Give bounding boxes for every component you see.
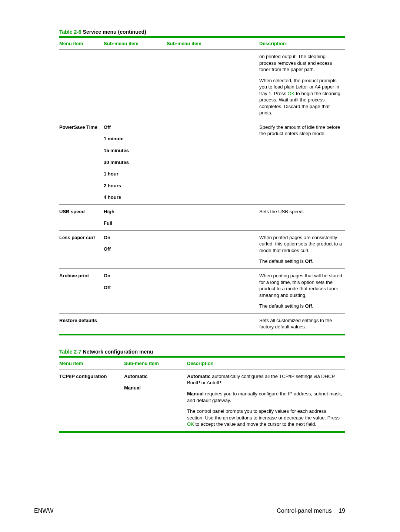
- description-text: Manual requires you to manually configur…: [187, 391, 342, 404]
- text-fragment: The default setting is: [259, 258, 305, 264]
- option-item: Off: [104, 124, 164, 131]
- description-text: The control panel prompts you to specify…: [187, 408, 342, 428]
- description-text: When printing pages that will be stored …: [259, 272, 342, 298]
- option-item: 15 minutes: [104, 147, 164, 154]
- description-cell: Automatic automatically configures all t…: [187, 369, 345, 432]
- off-label: Off: [305, 303, 312, 309]
- description-text: Automatic automatically configures all t…: [187, 373, 342, 386]
- menu-item-cell: Archive print: [59, 269, 104, 314]
- table-number: Table 2-6: [59, 29, 81, 35]
- table-row: on printed output. The cleaning process …: [59, 50, 345, 120]
- footer-left: ENWW: [34, 508, 53, 514]
- column-header: Sub-menu item: [124, 357, 187, 369]
- service-menu-table: Menu item Sub-menu item Sub-menu item De…: [59, 36, 345, 335]
- table-row: TCP/IP configuration Automatic Manual Au…: [59, 369, 345, 432]
- description-cell: Sets the USB speed.: [259, 204, 345, 230]
- description-cell: Specify the amount of idle time before t…: [259, 120, 345, 204]
- option-item: Automatic: [124, 373, 184, 380]
- table-row: Less paper curl On Off When printed page…: [59, 230, 345, 268]
- section-title: Control-panel menus: [277, 508, 332, 514]
- text-fragment: to accept the value and move the cursor …: [194, 421, 316, 427]
- table-row: PowerSave Time Off 1 minute 15 minutes 3…: [59, 120, 345, 204]
- option-item: Off: [104, 246, 164, 252]
- menu-item-cell: USB speed: [59, 204, 104, 230]
- description-text: When printed pages are consistently curl…: [259, 234, 342, 254]
- table-row: Archive print On Off When printing pages…: [59, 269, 345, 314]
- footer-right: Control-panel menus 19: [277, 508, 345, 514]
- column-header: Menu item: [59, 357, 124, 369]
- table-title: Network configuration menu: [81, 349, 153, 355]
- column-header: Sub-menu item: [167, 37, 259, 50]
- column-header: Sub-menu item: [104, 37, 167, 50]
- text-fragment: .: [312, 258, 313, 264]
- table-number: Table 2-7: [59, 349, 81, 355]
- table-caption: Table 2-7 Network configuration menu: [59, 349, 345, 355]
- menu-item-cell: PowerSave Time: [59, 120, 104, 204]
- option-item: 2 hours: [104, 183, 164, 189]
- text-fragment: .: [312, 303, 313, 309]
- description-cell: Sets all customized settings to the fact…: [259, 313, 345, 335]
- description-cell: When printed pages are consistently curl…: [259, 230, 345, 268]
- submenu-cell: On Off: [104, 269, 167, 314]
- description-text: on printed output. The cleaning process …: [259, 53, 342, 73]
- description-text: The default setting is Off.: [259, 303, 342, 310]
- page-footer: ENWW Control-panel menus 19: [34, 508, 345, 514]
- ok-label: OK: [288, 91, 295, 96]
- option-item: 4 hours: [104, 194, 164, 201]
- option-item: 30 minutes: [104, 159, 164, 166]
- description-cell: When printing pages that will be stored …: [259, 269, 345, 314]
- submenu-cell: Automatic Manual: [124, 369, 187, 432]
- menu-item-cell: Restore defaults: [59, 313, 104, 335]
- submenu-cell: High Full: [104, 204, 167, 230]
- description-text: When selected, the product prompts you t…: [259, 77, 342, 116]
- option-item: On: [104, 234, 164, 241]
- submenu-cell: Off 1 minute 15 minutes 30 minutes 1 hou…: [104, 120, 167, 204]
- bold-fragment: Automatic: [187, 374, 211, 379]
- description-text: The default setting is Off.: [259, 258, 342, 265]
- text-fragment: The default setting is: [259, 303, 305, 309]
- option-item: 1 hour: [104, 171, 164, 177]
- option-item: High: [104, 208, 164, 215]
- network-config-table: Menu item Sub-menu item Description TCP/…: [59, 356, 345, 433]
- bold-fragment: Manual: [187, 391, 204, 397]
- text-fragment: The control panel prompts you to specify…: [187, 408, 340, 421]
- option-item: Manual: [124, 385, 184, 391]
- page-number: 19: [339, 508, 345, 514]
- table-title: Service menu (continued): [81, 29, 146, 35]
- column-header: Menu item: [59, 37, 104, 50]
- table-caption: Table 2-6 Service menu (continued): [59, 29, 345, 35]
- submenu-cell: On Off: [104, 230, 167, 268]
- table-row: Restore defaults Sets all customized set…: [59, 313, 345, 335]
- ok-label: OK: [187, 421, 194, 427]
- menu-item-cell: Less paper curl: [59, 230, 104, 268]
- column-header: Description: [187, 357, 345, 369]
- off-label: Off: [305, 258, 312, 264]
- option-item: 1 minute: [104, 135, 164, 142]
- menu-item-cell: TCP/IP configuration: [59, 369, 124, 432]
- document-page: Table 2-6 Service menu (continued) Menu …: [0, 0, 400, 532]
- option-item: Full: [104, 220, 164, 227]
- text-fragment: requires you to manually configure the I…: [187, 391, 342, 403]
- table-row: USB speed High Full Sets the USB speed.: [59, 204, 345, 230]
- option-item: Off: [104, 284, 164, 291]
- option-item: On: [104, 272, 164, 279]
- description-cell: on printed output. The cleaning process …: [259, 50, 345, 120]
- column-header: Description: [259, 37, 345, 50]
